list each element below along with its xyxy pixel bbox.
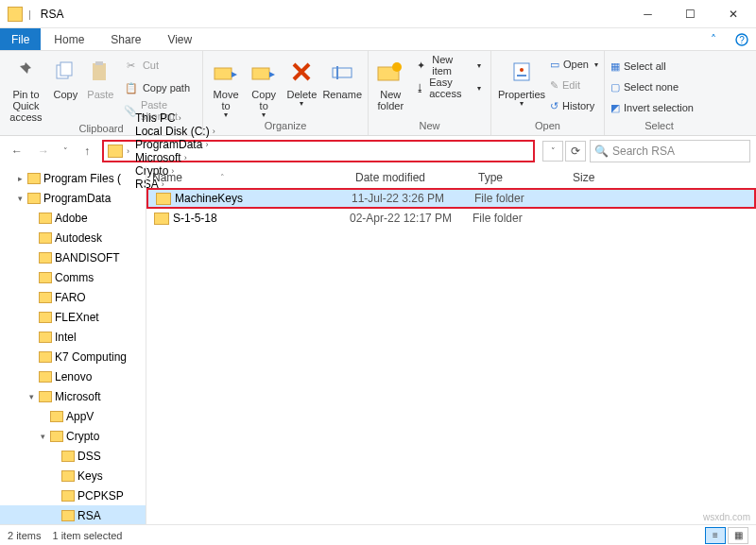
tree-item[interactable]: ▾ProgramData (0, 188, 146, 208)
close-button[interactable]: ✕ (712, 1, 754, 27)
tree-item[interactable]: Lenovo (0, 366, 146, 386)
copy-button[interactable]: Copy (50, 55, 81, 100)
tree-item[interactable]: Comms (0, 267, 146, 287)
tree-item[interactable]: Keys (0, 466, 146, 485)
new-folder-button[interactable]: New folder (374, 55, 407, 111)
history-icon: ↺ (550, 100, 558, 112)
search-icon: 🔍 (594, 145, 609, 158)
invert-selection-button[interactable]: ◩Invert selection (610, 98, 694, 117)
moveto-icon (211, 57, 241, 87)
address-bar[interactable]: › This PC›Local Disk (C:)›ProgramData›Mi… (102, 140, 535, 162)
copyto-icon (249, 57, 279, 87)
organize-group-label: Organize (203, 120, 368, 135)
new-item-button[interactable]: ✦New item▾ (411, 55, 485, 76)
file-list[interactable]: MachineKeys11-Jul-22 3:26 PMFile folderS… (146, 189, 756, 525)
open-button[interactable]: ▭Open▾ (550, 55, 598, 74)
paste-shortcut-button[interactable]: 📎Paste shortcut (120, 100, 197, 121)
rename-button[interactable]: Rename (322, 55, 362, 100)
svg-rect-3 (60, 62, 72, 76)
folder-icon (8, 7, 23, 22)
paste-button[interactable]: Paste (85, 55, 116, 100)
details-view-button[interactable]: ≡ (705, 527, 726, 544)
watermark: wsxdn.com (703, 512, 750, 522)
open-icon: ▭ (550, 59, 559, 71)
nav-up-button[interactable]: ↑ (76, 140, 98, 162)
easy-access-button[interactable]: ⭳Easy access▾ (411, 77, 485, 98)
new-group-label: New (369, 120, 490, 135)
breadcrumb-item[interactable]: ProgramData› (133, 138, 217, 151)
column-headers[interactable]: Name˄ Date modified Type Size (146, 166, 756, 189)
tree-item[interactable]: BANDISOFT (0, 247, 146, 267)
tree-item[interactable]: Intel (0, 327, 146, 347)
tree-item[interactable]: Autodesk (0, 228, 146, 247)
tree-item[interactable]: ▾Microsoft (0, 386, 146, 406)
delete-button[interactable]: Delete▾ (284, 55, 318, 109)
tree-item[interactable]: K7 Computing (0, 347, 146, 366)
svg-rect-9 (336, 66, 338, 79)
search-box[interactable]: 🔍 Search RSA (590, 140, 750, 162)
properties-button[interactable]: Properties▾ (497, 55, 546, 109)
crumb-chevron[interactable]: › (125, 146, 131, 156)
refresh-button[interactable]: ⟳ (565, 141, 586, 162)
move-to-button[interactable]: Move to▾ (209, 55, 243, 120)
pin-quick-access-button[interactable]: Pin to Quick access (6, 55, 46, 123)
address-dropdown-button[interactable]: ˅ (542, 141, 563, 162)
file-row[interactable]: S-1-5-1802-Apr-22 12:17 PMFile folder (146, 208, 756, 229)
ribbon-collapse-button[interactable]: ˄ (699, 28, 728, 50)
nav-forward-button[interactable]: → (32, 140, 55, 162)
svg-text:?: ? (739, 35, 745, 45)
selectnone-icon: ▢ (610, 81, 620, 94)
nav-back-button[interactable]: ← (6, 140, 28, 162)
view-tab[interactable]: View (154, 28, 205, 50)
home-tab[interactable]: Home (41, 28, 97, 50)
easyaccess-icon: ⭳ (415, 80, 426, 95)
file-row[interactable]: MachineKeys11-Jul-22 3:26 PMFile folder (146, 188, 756, 209)
thumbnails-view-button[interactable]: ▦ (728, 527, 748, 544)
select-none-button[interactable]: ▢Select none (610, 77, 694, 96)
tree-item[interactable]: ▸Program Files ( (0, 168, 146, 188)
breadcrumb-item[interactable]: Local Disk (C:)› (133, 125, 217, 138)
select-all-button[interactable]: ▦Select all (610, 57, 694, 76)
select-group-label: Select (605, 120, 713, 135)
cut-button[interactable]: ✂Cut (120, 55, 197, 76)
status-selected-count: 1 item selected (52, 530, 122, 541)
window-title: RSA (41, 8, 64, 21)
sort-indicator-icon: ˄ (220, 173, 225, 182)
copy-icon (50, 57, 80, 87)
edit-button[interactable]: ✎Edit (550, 76, 598, 94)
qat-separator: | (28, 9, 31, 20)
tree-item[interactable]: AppV (0, 406, 146, 426)
help-button[interactable]: ? (728, 28, 756, 50)
tree-item[interactable]: ▾Crypto (0, 426, 146, 446)
copy-path-button[interactable]: 📋Copy path (120, 77, 197, 98)
svg-rect-8 (333, 68, 352, 77)
svg-rect-5 (95, 61, 103, 65)
tree-item[interactable]: Adobe (0, 208, 146, 228)
tree-item[interactable]: PCPKSP (0, 485, 146, 505)
svg-rect-4 (93, 63, 106, 80)
open-group-label: Open (491, 120, 604, 135)
rename-icon (327, 57, 357, 87)
tree-item[interactable]: RSA (0, 505, 146, 525)
file-menu[interactable]: File (0, 28, 41, 50)
selectall-icon: ▦ (610, 60, 620, 73)
minimize-button[interactable]: ─ (627, 1, 669, 27)
newitem-icon: ✦ (415, 58, 429, 73)
copypath-icon: 📋 (124, 80, 139, 95)
maximize-button[interactable]: ☐ (669, 1, 712, 27)
nav-history-button[interactable]: ˅ (59, 140, 72, 162)
nav-tree[interactable]: ▸Program Files (▾ProgramDataAdobeAutodes… (0, 166, 146, 525)
history-button[interactable]: ↺History (550, 96, 598, 115)
svg-point-13 (520, 68, 524, 72)
properties-icon (507, 57, 537, 87)
share-tab[interactable]: Share (97, 28, 154, 50)
cut-icon: ✂ (124, 58, 139, 73)
breadcrumb-item[interactable]: Microsoft› (133, 151, 217, 164)
tree-item[interactable]: FARO (0, 287, 146, 307)
tree-item[interactable]: DSS (0, 446, 146, 466)
copy-to-button[interactable]: Copy to▾ (247, 55, 281, 120)
tree-item[interactable]: FLEXnet (0, 307, 146, 327)
paste-icon (85, 57, 115, 87)
newfolder-icon (375, 57, 405, 87)
edit-icon: ✎ (550, 79, 558, 92)
